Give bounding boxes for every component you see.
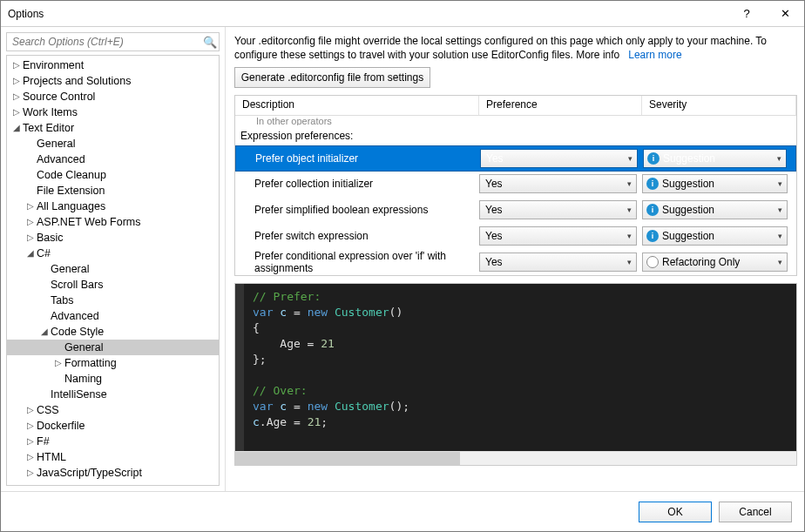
severity-combobox[interactable]: iSuggestion▾ bbox=[642, 200, 788, 219]
tree-item-te-file-extension[interactable]: File Extension bbox=[7, 183, 219, 199]
combo-value: Suggestion bbox=[663, 152, 772, 165]
preference-combobox[interactable]: Yes▾ bbox=[480, 149, 638, 168]
combo-value: Suggestion bbox=[662, 230, 773, 242]
tree-item-cs-code-style[interactable]: ◢Code Style bbox=[7, 324, 219, 340]
expand-icon[interactable]: ▷ bbox=[10, 57, 23, 73]
expand-icon[interactable]: ▷ bbox=[24, 465, 37, 481]
preference-combobox[interactable]: Yes▾ bbox=[479, 200, 637, 219]
generate-editorconfig-button[interactable]: Generate .editorconfig file from setting… bbox=[234, 67, 430, 88]
tree-label: Text Editor bbox=[23, 120, 74, 136]
tree-label: F# bbox=[37, 434, 50, 449]
code-preview-text: // Prefer: var c = new Customer() { Age … bbox=[244, 284, 796, 451]
tree-item-te-code-cleanup[interactable]: Code Cleanup bbox=[7, 167, 219, 183]
column-header-description[interactable]: Description bbox=[235, 96, 479, 115]
severity-combobox[interactable]: iSuggestion▾ bbox=[642, 174, 788, 193]
preference-combobox[interactable]: Yes▾ bbox=[479, 253, 637, 272]
collapse-icon[interactable]: ◢ bbox=[38, 324, 51, 340]
expand-icon[interactable]: ▷ bbox=[24, 434, 37, 449]
tree-item-cs-scroll-bars[interactable]: Scroll Bars bbox=[7, 277, 219, 293]
info-icon: i bbox=[646, 204, 659, 216]
scrollbar-thumb[interactable] bbox=[235, 452, 460, 465]
tree-item-css[interactable]: ▷CSS bbox=[7, 402, 219, 418]
collapse-icon[interactable]: ◢ bbox=[24, 246, 37, 261]
help-button[interactable]: ? bbox=[727, 1, 766, 26]
code-horizontal-scrollbar[interactable] bbox=[235, 451, 796, 465]
tree-item-projects[interactable]: ▷Projects and Solutions bbox=[7, 73, 219, 89]
dialog-footer: OK Cancel bbox=[1, 491, 804, 531]
options-tree[interactable]: ▷Environment ▷Projects and Solutions ▷So… bbox=[6, 55, 220, 486]
tree-item-dockerfile[interactable]: ▷Dockerfile bbox=[7, 418, 219, 434]
close-button[interactable]: ✕ bbox=[766, 1, 804, 26]
tree-label: General bbox=[37, 136, 75, 152]
tree-label: IntelliSense bbox=[51, 387, 107, 402]
expand-icon[interactable]: ▷ bbox=[24, 230, 37, 246]
severity-combobox[interactable]: iSuggestion▾ bbox=[642, 226, 788, 246]
tree-item-all-languages[interactable]: ▷All Languages bbox=[7, 199, 219, 214]
expand-icon[interactable]: ▷ bbox=[24, 418, 37, 434]
preference-combobox[interactable]: Yes▾ bbox=[479, 174, 637, 193]
tree-item-aspnet-web-forms[interactable]: ▷ASP.NET Web Forms bbox=[7, 214, 219, 230]
tree-label: All Languages bbox=[37, 199, 105, 214]
tree-item-source-control[interactable]: ▷Source Control bbox=[7, 89, 219, 104]
tree-label: Code Cleanup bbox=[37, 167, 106, 183]
combo-value: Yes bbox=[480, 178, 622, 190]
tree-item-environment[interactable]: ▷Environment bbox=[7, 57, 219, 73]
expand-icon[interactable]: ▷ bbox=[24, 199, 37, 214]
column-header-severity[interactable]: Severity bbox=[642, 96, 796, 115]
tree-item-js-ts[interactable]: ▷JavaScript/TypeScript bbox=[7, 465, 219, 481]
row-description: Prefer collection initializer bbox=[235, 178, 479, 190]
search-input-wrapper[interactable]: 🔍 bbox=[6, 32, 220, 51]
combo-value: Yes bbox=[481, 152, 623, 165]
info-icon: i bbox=[647, 152, 660, 165]
expand-icon[interactable]: ▷ bbox=[10, 89, 23, 104]
collapse-icon[interactable]: ◢ bbox=[10, 120, 23, 136]
grid-row[interactable]: Prefer conditional expression over 'if' … bbox=[235, 249, 796, 275]
group-expression-preferences[interactable]: Expression preferences: bbox=[235, 125, 796, 146]
ok-button[interactable]: OK bbox=[639, 502, 712, 522]
tree-item-cs-intellisense[interactable]: IntelliSense bbox=[7, 387, 219, 402]
expand-icon[interactable]: ▷ bbox=[10, 73, 23, 89]
tree-item-html[interactable]: ▷HTML bbox=[7, 449, 219, 465]
grid-row[interactable]: Prefer object initializerYes▾iSuggestion… bbox=[235, 145, 796, 172]
tree-item-text-editor[interactable]: ◢Text Editor bbox=[7, 120, 219, 136]
expand-icon[interactable]: ▷ bbox=[24, 402, 37, 418]
tree-label: Scroll Bars bbox=[51, 277, 103, 293]
chevron-down-icon: ▾ bbox=[773, 205, 787, 214]
tree-label: Basic bbox=[37, 230, 64, 246]
tree-item-cs-cs-naming[interactable]: Naming bbox=[7, 371, 219, 387]
tree-item-basic[interactable]: ▷Basic bbox=[7, 230, 219, 246]
severity-combobox[interactable]: iSuggestion▾ bbox=[643, 149, 787, 168]
grid-header: Description Preference Severity bbox=[235, 96, 796, 115]
expand-icon[interactable]: ▷ bbox=[24, 449, 37, 465]
window-title: Options bbox=[8, 8, 727, 20]
tree-item-work-items[interactable]: ▷Work Items bbox=[7, 104, 219, 120]
severity-combobox[interactable]: Refactoring Only▾ bbox=[642, 253, 788, 272]
grid-row[interactable]: Prefer simplified boolean expressionsYes… bbox=[235, 197, 796, 223]
tree-label: Tabs bbox=[51, 293, 73, 308]
expand-icon[interactable]: ▷ bbox=[10, 104, 23, 120]
tree-item-cs-general[interactable]: General bbox=[7, 261, 219, 277]
row-description: Prefer switch expression bbox=[235, 230, 479, 242]
tree-item-cs-cs-formatting[interactable]: ▷Formatting bbox=[7, 355, 219, 371]
tree-label: Projects and Solutions bbox=[23, 73, 131, 89]
tree-item-cs-tabs[interactable]: Tabs bbox=[7, 293, 219, 308]
tree-item-fsharp[interactable]: ▷F# bbox=[7, 434, 219, 449]
grid-row[interactable]: Prefer collection initializerYes▾iSugges… bbox=[235, 171, 796, 197]
tree-item-te-advanced[interactable]: Advanced bbox=[7, 152, 219, 167]
expand-icon[interactable]: ▷ bbox=[24, 214, 37, 230]
learn-more-link[interactable]: Learn more bbox=[628, 49, 681, 61]
grid-row[interactable]: Prefer switch expressionYes▾iSuggestion▾ bbox=[235, 223, 796, 249]
tree-item-cs-cs-general[interactable]: General bbox=[7, 340, 219, 355]
row-description: Prefer simplified boolean expressions bbox=[235, 204, 479, 216]
tree-item-csharp[interactable]: ◢C# bbox=[7, 246, 219, 261]
row-description: Prefer conditional expression over 'if' … bbox=[235, 248, 479, 275]
tree-item-cs-advanced[interactable]: Advanced bbox=[7, 308, 219, 324]
column-header-preference[interactable]: Preference bbox=[479, 96, 642, 115]
expand-icon[interactable]: ▷ bbox=[52, 355, 64, 371]
chevron-down-icon: ▾ bbox=[622, 232, 636, 240]
grid-body[interactable]: In other operators Expression preference… bbox=[235, 115, 796, 275]
preference-combobox[interactable]: Yes▾ bbox=[479, 226, 637, 246]
search-input[interactable] bbox=[7, 33, 201, 51]
cancel-button[interactable]: Cancel bbox=[719, 502, 792, 522]
tree-item-te-general[interactable]: General bbox=[7, 136, 219, 152]
